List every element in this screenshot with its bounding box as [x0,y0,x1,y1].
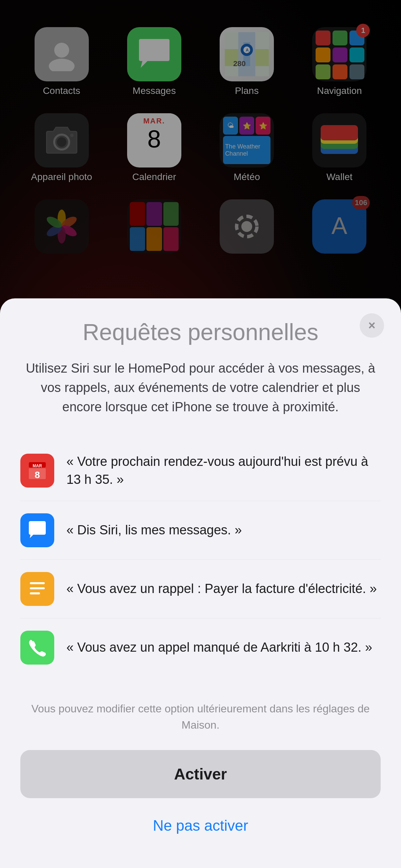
svg-rect-32 [30,582,45,584]
feature-item-phone: « Vous avez un appel manqué de Aarkriti … [20,618,381,677]
feature-item-messages: « Dis Siri, lis mes messages. » [20,501,381,560]
modal-description: Utilisez Siri sur le HomePod pour accéde… [20,359,381,417]
modal-sheet: × Requêtes personnelles Utilisez Siri su… [0,298,401,868]
svg-rect-34 [30,592,40,594]
svg-text:MAR: MAR [33,463,42,468]
feature-item-reminders: « Vous avez un rappel : Payer la facture… [20,560,381,618]
not-activate-button[interactable]: Ne pas activer [20,810,381,841]
svg-rect-33 [30,587,45,589]
feature-calendar-text: « Votre prochain rendez-vous aujourd'hui… [66,453,381,489]
feature-phone-icon [20,631,54,665]
feature-list: 8 MAR « Votre prochain rendez-vous aujou… [20,440,381,677]
feature-item-calendar: 8 MAR « Votre prochain rendez-vous aujou… [20,440,381,501]
close-icon: × [368,319,375,332]
feature-reminders-text: « Vous avez un rappel : Payer la facture… [66,580,381,598]
activate-button[interactable]: Activer [20,750,381,798]
modal-footer-note: Vous pouvez modifier cette option ultéri… [20,701,381,733]
svg-text:8: 8 [35,470,40,480]
close-button[interactable]: × [360,313,384,338]
modal-title: Requêtes personnelles [20,315,381,345]
feature-phone-text: « Vous avez un appel manqué de Aarkriti … [66,638,381,656]
feature-calendar-icon: 8 MAR [20,454,54,488]
feature-reminders-icon [20,572,54,606]
feature-messages-text: « Dis Siri, lis mes messages. » [66,521,381,539]
feature-messages-icon [20,513,54,547]
